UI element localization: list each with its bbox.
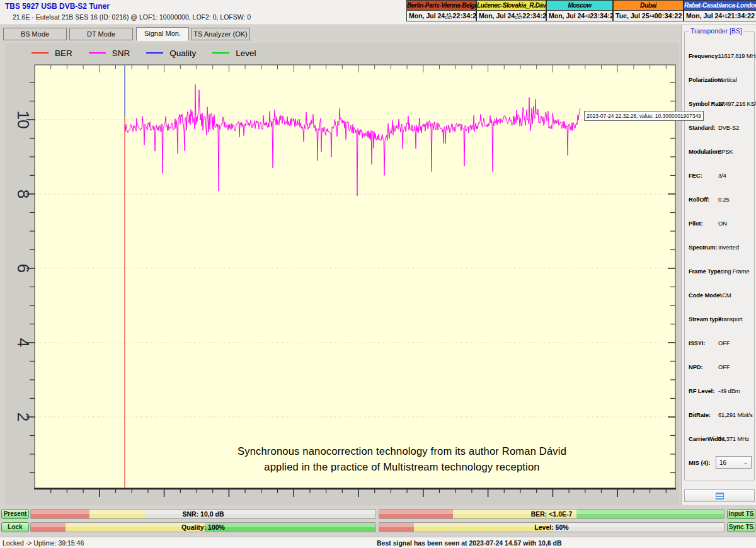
row-label: ISSYI: [689, 340, 705, 346]
quality-gauge-text: Quality: 100% [181, 523, 225, 531]
clock-moscow: Moscow Mon, Jul 24 +3 23:34:22 [546, 0, 613, 21]
transponder-row: Modulation:8PSK [685, 140, 754, 164]
row-label: BitRate: [689, 411, 711, 418]
transponder-groupbox: Transponder [BS] Frequency:11617,819 MHz… [684, 31, 755, 481]
mode-tab-bar: BS Mode DT Mode Signal Mon. TS Analyzer … [0, 25, 756, 43]
sync-ts-button[interactable]: Sync TS [727, 522, 755, 532]
world-clocks: Berlin-Paris-Vienna-Belgrade Mon, Jul 24… [406, 0, 756, 21]
row-label: Frequency: [689, 52, 719, 59]
mis-label: MIS (4): [689, 459, 710, 466]
row-value: 0.25 [718, 196, 730, 203]
transponder-row: NPD:OFF [685, 355, 754, 379]
row-value: Long Frame [718, 268, 749, 275]
row-label: RollOff: [689, 196, 709, 203]
clock-time: 00:34:22 [654, 12, 682, 20]
y-axis-label: 6 [14, 264, 33, 273]
row-value: 34,371 MHz [718, 435, 749, 442]
level-gauge: Level: 50% [379, 522, 724, 532]
tab-signal-mon[interactable]: Signal Mon. [136, 27, 189, 41]
clock-city-label: Rabat-Casablanca-London [684, 0, 756, 11]
annotation-line-2: applied in the practice of Multistream t… [100, 459, 704, 475]
status-bar: Locked -> Uptime: 39:15:46 Best signal h… [0, 537, 756, 548]
row-value: 11617,819 MHz [718, 52, 756, 59]
ber-gauge-text: BER: <1.0E-7 [531, 510, 573, 518]
title-bar: TBS 5927 USB DVB-S2 Tuner 21.6E - Eutels… [0, 0, 756, 25]
clock-berlin: Berlin-Paris-Vienna-Belgrade Mon, Jul 24… [406, 0, 476, 21]
row-value: DVB-S2 [718, 124, 739, 131]
snr-gauge: SNR: 10,0 dB [30, 509, 376, 519]
row-value: 8PSK [718, 148, 733, 155]
row-value: Transport [718, 316, 743, 323]
chart-hover-tooltip: 2023-07-24 22.32.28, value: 10,300000190… [584, 111, 704, 121]
utc-offset: +4 [650, 14, 655, 18]
transponder-row: RF Level:-49 dBm [685, 379, 754, 403]
row-label: RF Level: [689, 387, 714, 394]
row-label: Standard: [689, 124, 716, 131]
utc-offset: +1 [722, 14, 727, 18]
signal-gauges: Present SNR: 10,0 dB BER: <1.0E-7 Input … [0, 507, 756, 537]
row-label: Spectrum: [689, 244, 717, 251]
chevron-down-icon: ⌄ [743, 459, 748, 465]
y-axis-label: 10 [14, 111, 33, 129]
row-label: Frame Type: [689, 268, 723, 275]
transponder-groupbox-title: Transponder [BS] [689, 27, 744, 35]
transponder-row: Spectrum:Inverted [685, 236, 754, 260]
y-axis-label: 2 [14, 413, 33, 421]
transponder-row: Frame Type:Long Frame [685, 260, 754, 283]
y-axis-label: 8 [14, 190, 33, 198]
row-label: FEC: [689, 172, 702, 179]
level-gauge-text: Level: 50% [534, 523, 568, 531]
present-indicator-button[interactable]: Present [1, 509, 29, 519]
best-signal-status: Best signal has been seen at 2023-07-24 … [377, 539, 562, 547]
transponder-row: CarrierWidth:34,371 MHz [685, 427, 754, 451]
row-value: OFF [718, 340, 730, 346]
transponder-row: Pilot:ON [685, 212, 754, 236]
clock-city-label: Moscow [546, 0, 613, 11]
ber-gauge: BER: <1.0E-7 [379, 509, 724, 519]
clock-date: Mon, Jul 24 [409, 12, 445, 20]
mis-dropdown[interactable]: 16 ⌄ [716, 456, 752, 469]
transponder-row: BitRate:61,291 Mbit/s [685, 403, 754, 427]
plot-background [35, 65, 675, 488]
dst-flag: DST [445, 16, 452, 20]
transponder-row: FEC:3/4 [685, 164, 754, 188]
row-value: ON [718, 220, 727, 227]
clock-lucenec: Lučenec-Slovakia_R.Dávid Mon, Jul 24 +1D… [476, 0, 546, 21]
clock-city-label: Dubai [613, 0, 684, 11]
y-axis-label: 4 [14, 338, 33, 347]
clock-rabat: Rabat-Casablanca-London Mon, Jul 24 +1 2… [684, 0, 756, 21]
row-label: NPD: [689, 363, 702, 370]
signal-monitor-chart-panel: BER SNR Quality Level 108642 2023-07-24 … [5, 43, 679, 505]
transponder-row: Polarization:Vertical [685, 68, 754, 92]
app-title: TBS 5927 USB DVB-S2 Tuner [5, 2, 110, 11]
snr-gauge-text: SNR: 10,0 dB [183, 510, 224, 518]
transponder-row: Frequency:11617,819 MHz [685, 44, 754, 68]
row-value: OFF [718, 363, 730, 370]
chart-annotation: Synchronous nanocorrection technology fr… [100, 443, 704, 475]
snr-time-plot[interactable]: 108642 [5, 43, 679, 505]
tab-bs-mode[interactable]: BS Mode [3, 28, 67, 40]
transponder-row: Code Mode:ACM [685, 283, 754, 307]
input-ts-button[interactable]: Input TS [727, 509, 755, 519]
transponder-panel: Transponder [BS] Frequency:11617,819 MHz… [681, 25, 756, 505]
tab-ts-analyzer[interactable]: TS Analyzer (OK) [191, 28, 250, 40]
clock-city-label: Berlin-Paris-Vienna-Belgrade [406, 0, 476, 11]
row-value: 61,291 Mbit/s [718, 411, 752, 418]
clock-date: Mon, Jul 24 [549, 12, 585, 20]
ts-list-button[interactable] [684, 489, 755, 502]
row-value: Inverted [718, 244, 739, 251]
clock-time: 21:34:22 [727, 12, 755, 20]
row-value: 27497,216 KS/s [718, 100, 756, 107]
row-value: 3/4 [718, 172, 726, 179]
row-label: Modulation: [689, 148, 721, 155]
lock-uptime-status: Locked -> Uptime: 39:15:46 [3, 539, 84, 547]
transponder-rows: Frequency:11617,819 MHz Polarization:Ver… [685, 44, 754, 471]
row-value: -49 dBm [718, 387, 740, 394]
transponder-row: RollOff:0.25 [685, 188, 754, 212]
tab-dt-mode[interactable]: DT Mode [69, 28, 133, 40]
lock-indicator-button[interactable]: Lock [1, 522, 29, 532]
clock-date: Mon, Jul 24 [479, 12, 515, 20]
clock-city-label: Lučenec-Slovakia_R.Dávid [476, 0, 546, 11]
annotation-line-1: Synchronous nanocorrection technology fr… [100, 443, 704, 459]
row-label: Pilot: [689, 220, 703, 227]
